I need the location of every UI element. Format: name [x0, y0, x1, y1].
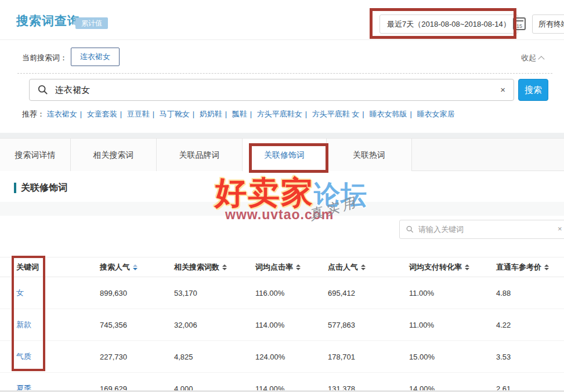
collapse-label: 收起: [521, 53, 536, 62]
suggestion-link[interactable]: 方头平底鞋 女: [312, 110, 360, 118]
suggestion-link[interactable]: 奶奶鞋: [200, 110, 222, 118]
divider: |: [193, 110, 194, 118]
section-title-bar: [14, 183, 16, 193]
date-range-selector[interactable]: 最近7天（2018-08-08~2018-08-14）: [379, 14, 518, 34]
suggest-label: 推荐：: [22, 110, 45, 118]
column-header-search-popularity[interactable]: 搜索人气: [81, 262, 160, 273]
divider: |: [225, 110, 227, 118]
cell-related-count: 32,006: [160, 321, 241, 329]
table-row: 女 899,630 53,170 116.00% 695,412 11.00% …: [0, 277, 564, 309]
sort-icon[interactable]: [361, 264, 366, 270]
dashed-divider: [17, 73, 552, 74]
divider: |: [305, 110, 307, 118]
search-box: ×: [29, 79, 514, 101]
section-subdivider: [0, 202, 564, 216]
sort-icon[interactable]: [465, 264, 469, 270]
terminal-selector[interactable]: 所有终端: [532, 14, 564, 34]
suggestion-link[interactable]: 瓢鞋: [232, 110, 247, 118]
keyword-link[interactable]: 女: [16, 288, 24, 297]
divider: |: [362, 110, 364, 118]
tab-search-term-detail[interactable]: 搜索词详情: [0, 139, 71, 171]
chevron-up-icon: [538, 56, 544, 62]
cell-search-popularity: 227,730: [81, 353, 160, 361]
cell-pay-conversion: 11.00%: [395, 321, 482, 329]
cell-pay-conversion: 15.00%: [395, 353, 482, 361]
column-header-ppc-ref-price[interactable]: 直通车参考价: [482, 262, 564, 273]
divider: |: [250, 110, 252, 118]
cell-search-popularity: 745,356: [81, 321, 160, 329]
cell-ctr: 114.00%: [241, 321, 313, 329]
calendar-day-label: 15: [514, 23, 525, 29]
table-row: 新款 745,356 32,006 114.00% 577,863 11.00%…: [0, 309, 564, 341]
suggestion-link[interactable]: 睡衣女韩版: [369, 110, 407, 118]
section-title: 关联修饰词: [21, 182, 67, 194]
search-term-query-page: 搜索词查询 累计值 最近7天（2018-08-08~2018-08-14） 15…: [0, 0, 564, 392]
calendar-icon[interactable]: 15: [513, 17, 526, 30]
current-search-term-label: 当前搜索词：: [22, 53, 67, 63]
clear-search-icon[interactable]: ×: [500, 85, 505, 95]
divider: |: [80, 110, 82, 118]
tab-associated-brand-terms[interactable]: 关联品牌词: [157, 139, 243, 171]
column-header-ctr[interactable]: 词均点击率: [241, 262, 313, 273]
suggestion-link[interactable]: 连衣裙女: [47, 110, 77, 118]
keyword-link[interactable]: 新款: [16, 320, 31, 329]
cell-related-count: 53,170: [160, 289, 241, 297]
keyword-filter-input[interactable]: [418, 220, 552, 238]
sort-icon[interactable]: [296, 264, 301, 270]
table-header-row: 关键词 搜索人气 相关搜索词数 词均点击率 点击人气 词均支付转化率 直通车参考…: [0, 257, 564, 277]
table-row: 夏季 169,629 4,000 114.00% 131,378 14.00% …: [0, 373, 564, 392]
cell-ctr: 124.00%: [241, 353, 313, 361]
cell-ppc-ref-price: 4.88: [482, 289, 564, 297]
suggestions-row: 推荐： 连衣裙女| 女童套装| 豆豆鞋| 马丁靴女| 奶奶鞋| 瓢鞋| 方头平底…: [22, 109, 454, 119]
cell-click-popularity: 577,863: [313, 321, 395, 329]
search-input[interactable]: [55, 79, 485, 100]
cell-ctr: 116.00%: [241, 289, 313, 297]
collapse-button[interactable]: 收起: [521, 53, 545, 63]
divider: |: [120, 110, 122, 118]
cell-ppc-ref-price: 3.53: [482, 353, 564, 361]
filter-clear-icon[interactable]: ×: [558, 224, 562, 233]
tab-related-search-terms[interactable]: 相关搜索词: [71, 139, 157, 171]
cell-search-popularity: 899,630: [81, 289, 160, 297]
suggestion-link[interactable]: 马丁靴女: [160, 110, 190, 118]
current-search-term-chip[interactable]: 连衣裙女: [71, 48, 120, 66]
column-header-pay-conversion[interactable]: 词均支付转化率: [395, 262, 482, 273]
keyword-filter-box: ×: [399, 220, 564, 239]
header-divider: [0, 39, 564, 40]
filter-search-icon: [406, 226, 414, 233]
sort-icon[interactable]: [544, 264, 549, 270]
column-header-click-popularity[interactable]: 点击人气: [313, 262, 395, 273]
tab-associated-modifier-terms[interactable]: 关联修饰词: [243, 139, 327, 172]
cumulative-value-badge: 累计值: [75, 17, 108, 29]
suggestion-link[interactable]: 方头平底鞋女: [257, 110, 302, 118]
cell-ppc-ref-price: 4.22: [482, 321, 564, 329]
keyword-link[interactable]: 气质: [16, 352, 31, 361]
cell-click-popularity: 695,412: [313, 289, 395, 297]
table-row: 气质 227,730 4,825 124.00% 178,701 15.00% …: [0, 341, 564, 373]
tab-associated-hot-terms[interactable]: 关联热词: [327, 139, 412, 171]
search-icon: [38, 85, 48, 95]
suggestion-link[interactable]: 睡衣女家居: [417, 110, 454, 118]
page-title: 搜索词查询: [16, 13, 80, 29]
sort-icon[interactable]: [222, 264, 227, 270]
section-gap: [0, 133, 564, 138]
suggestion-link[interactable]: 豆豆鞋: [127, 110, 150, 118]
divider: |: [153, 110, 154, 118]
suggestion-link[interactable]: 女童套装: [87, 110, 117, 118]
cell-pay-conversion: 11.00%: [395, 289, 482, 297]
column-header-related-count[interactable]: 相关搜索词数: [160, 262, 241, 273]
search-button[interactable]: 搜索: [518, 79, 548, 101]
column-header-keyword: 关键词: [0, 262, 81, 273]
cell-click-popularity: 178,701: [313, 353, 395, 361]
divider: |: [410, 110, 411, 118]
cell-related-count: 4,825: [160, 353, 241, 361]
tab-bar: 搜索词详情 相关搜索词 关联品牌词 关联修饰词 关联热词: [0, 138, 564, 171]
sort-icon[interactable]: [133, 264, 138, 270]
